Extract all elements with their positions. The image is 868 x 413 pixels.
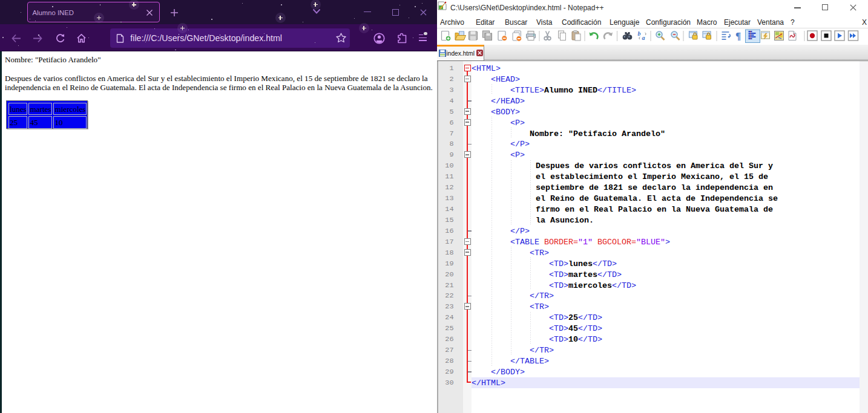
svg-text:a: a — [642, 34, 645, 41]
svg-text:¶: ¶ — [735, 30, 741, 42]
svg-text:b: b — [638, 30, 641, 37]
